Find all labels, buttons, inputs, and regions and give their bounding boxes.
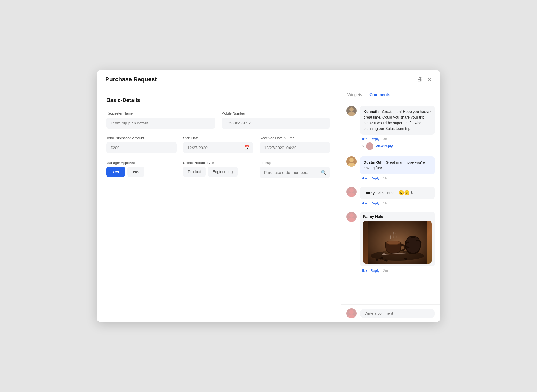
close-icon[interactable]: ✕ — [427, 76, 432, 83]
header-actions: 🖨 ✕ — [417, 76, 432, 83]
comments-list: Kenneth Great, man! Hope you had a great… — [341, 101, 440, 304]
more-options-kenneth[interactable]: ··· — [426, 108, 432, 114]
form-section: Basic-Details Requester Name Mobile Numb… — [97, 87, 341, 322]
reply-button-kenneth[interactable]: Reply — [371, 137, 379, 141]
svg-point-5 — [348, 193, 355, 197]
mobile-number-group: Mobile Number — [222, 111, 330, 129]
form-row-2: Total Purchased Amount Start Date 📅 Rece… — [106, 136, 330, 153]
comment-bubble-fanny1: Fanny Hale Nice. 😮😕 8 — [360, 187, 435, 199]
avatar-reply-kenneth — [366, 142, 373, 150]
tab-comments[interactable]: Comments — [369, 87, 390, 101]
lookup-label: Lookup — [260, 161, 330, 165]
engineering-tag[interactable]: Engineering — [208, 167, 238, 177]
modal-header: Purchase Request 🖨 ✕ — [97, 70, 440, 87]
svg-point-0 — [349, 107, 354, 112]
like-button-dustin[interactable]: Like — [360, 176, 367, 180]
svg-point-4 — [349, 188, 354, 193]
comment-body-fanny2: Fanny Hale — [360, 212, 435, 273]
comment-body-fanny1: Fanny Hale Nice. 😮😕 8 Like Reply 1h — [360, 187, 435, 205]
svg-point-2 — [349, 158, 354, 162]
svg-point-17 — [410, 236, 416, 238]
comment-actions-kenneth: Like Reply 3h — [360, 137, 435, 141]
start-date-label: Start Date — [183, 136, 253, 140]
product-type-tags: Product Engineering — [183, 167, 253, 177]
requester-name-input[interactable] — [106, 118, 215, 129]
received-date-input[interactable] — [260, 142, 330, 153]
approval-toggle-group: Yes No — [106, 167, 177, 177]
purchase-request-modal: Purchase Request 🖨 ✕ Basic-Details Reque… — [97, 70, 440, 322]
reply-button-dustin[interactable]: Reply — [371, 176, 379, 180]
svg-point-23 — [348, 314, 355, 318]
tab-widgets[interactable]: Widgets — [347, 87, 362, 101]
comment-actions-dustin: Like Reply 1h — [360, 176, 435, 180]
modal-title: Purchase Request — [105, 76, 157, 83]
comment-input[interactable] — [360, 309, 435, 318]
comment-bubble-fanny2: Fanny Hale — [360, 212, 435, 266]
reaction-count: 8 — [411, 190, 413, 195]
svg-point-3 — [348, 163, 355, 167]
product-type-group: Select Product Type Product Engineering — [183, 161, 253, 178]
like-button-fanny2[interactable]: Like — [360, 269, 367, 273]
avatar-kenneth — [346, 106, 357, 116]
calendar-icon: 📅 — [244, 145, 249, 150]
comment-input-row — [341, 304, 440, 322]
total-amount-input[interactable] — [106, 142, 177, 153]
comment-item-dustin: Dustin Gill Great man, hope you're havin… — [346, 156, 435, 180]
form-row-1: Requester Name Mobile Number — [106, 111, 330, 129]
comment-bubble-kenneth: Kenneth Great, man! Hope you had a great… — [360, 106, 435, 135]
lookup-group: Lookup 🔍 — [260, 161, 330, 178]
svg-point-1 — [348, 112, 355, 116]
comment-text-fanny1: Nice. — [387, 191, 396, 195]
avatar-fanny2 — [346, 212, 357, 222]
view-reply-row-kenneth: ↪ View reply — [360, 142, 435, 150]
calendar-clock-icon: 🗓 — [322, 145, 326, 150]
comment-author-dustin: Dustin Gill — [364, 160, 382, 164]
print-icon[interactable]: 🖨 — [417, 76, 422, 82]
comment-item-kenneth: Kenneth Great, man! Hope you had a great… — [346, 106, 435, 150]
comment-author-fanny1: Fanny Hale — [364, 191, 384, 195]
svg-point-7 — [348, 218, 355, 222]
avatar-current-user — [346, 308, 357, 318]
start-date-group: Start Date 📅 — [183, 136, 253, 153]
comment-bubble-dustin: Dustin Gill Great man, hope you're havin… — [360, 156, 435, 174]
search-icon: 🔍 — [321, 170, 326, 175]
reply-button-fanny2[interactable]: Reply — [371, 269, 379, 273]
comment-body-dustin: Dustin Gill Great man, hope you're havin… — [360, 156, 435, 180]
modal-body: Basic-Details Requester Name Mobile Numb… — [97, 87, 440, 322]
received-date-input-wrapper: 🗓 — [260, 142, 330, 153]
like-button-kenneth[interactable]: Like — [360, 137, 367, 141]
avatar-fanny1 — [346, 187, 357, 197]
comment-time-kenneth: 3h — [383, 137, 387, 141]
comment-time-dustin: 1h — [383, 176, 387, 180]
svg-point-13 — [387, 241, 400, 244]
yes-button[interactable]: Yes — [106, 167, 125, 177]
reply-arrow-icon: ↪ — [360, 144, 364, 149]
reply-button-fanny1[interactable]: Reply — [371, 201, 379, 205]
svg-point-6 — [349, 213, 354, 218]
no-button[interactable]: No — [127, 167, 144, 177]
like-button-fanny1[interactable]: Like — [360, 201, 367, 205]
avatar-dustin — [346, 156, 357, 167]
emoji-reactions-fanny1: 😮😕 8 — [398, 190, 413, 196]
received-date-label: Received Date & Time — [260, 136, 330, 140]
requester-name-label: Requester Name — [106, 111, 215, 115]
total-amount-label: Total Purchased Amount — [106, 136, 177, 140]
comment-item-fanny2: Fanny Hale — [346, 212, 435, 273]
section-title: Basic-Details — [106, 97, 330, 103]
start-date-input[interactable] — [183, 142, 253, 153]
comment-author-kenneth: Kenneth — [364, 109, 379, 114]
lookup-input[interactable] — [260, 167, 330, 178]
product-type-label: Select Product Type — [183, 161, 253, 165]
comment-body-kenneth: Kenneth Great, man! Hope you had a great… — [360, 106, 435, 150]
manager-approval-group: Manager Approval Yes No — [106, 161, 177, 178]
comment-actions-fanny1: Like Reply 1h — [360, 201, 435, 205]
manager-approval-label: Manager Approval — [106, 161, 177, 165]
mobile-number-label: Mobile Number — [222, 111, 330, 115]
comment-item-fanny1: Fanny Hale Nice. 😮😕 8 Like Reply 1h — [346, 187, 435, 205]
mobile-number-input[interactable] — [222, 118, 330, 129]
tab-bar: Widgets Comments — [341, 87, 440, 101]
product-tag[interactable]: Product — [183, 167, 206, 177]
view-reply-link[interactable]: View reply — [376, 144, 393, 148]
lookup-input-wrapper: 🔍 — [260, 167, 330, 178]
received-date-group: Received Date & Time 🗓 — [260, 136, 330, 153]
